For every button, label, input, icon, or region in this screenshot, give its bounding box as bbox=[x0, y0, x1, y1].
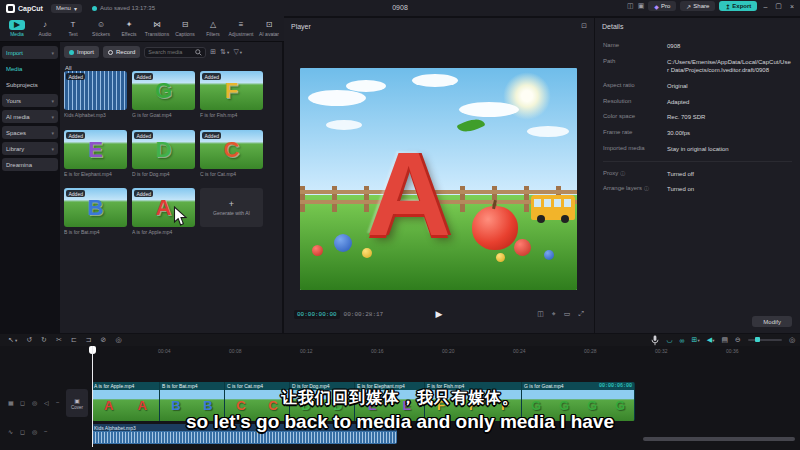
media-item-g-goat[interactable]: G Added G is for Goat.mp4 bbox=[132, 71, 195, 118]
media-item-c-cat[interactable]: C Added C is for Cat.mp4 bbox=[200, 130, 263, 177]
generate-with-ai-button[interactable]: + Generate with AI bbox=[200, 188, 263, 227]
expand-panel-icon[interactable]: ⊡ bbox=[581, 22, 587, 30]
media-item-d-dog[interactable]: D Added D is for Dog.mp4 bbox=[132, 130, 195, 177]
autosave-status: Auto saved 13:17:35 bbox=[92, 5, 155, 11]
magnetic-snap-icon[interactable]: ◡ bbox=[666, 336, 672, 344]
undo-icon[interactable]: ↺ bbox=[26, 336, 32, 344]
clip-a-apple[interactable]: A is for Apple.mp4 AA bbox=[92, 382, 160, 421]
video-preview[interactable]: A bbox=[300, 68, 577, 290]
video-track[interactable]: A is for Apple.mp4 AA B is for Bat.mp4 B… bbox=[92, 382, 635, 421]
share-button[interactable]: ↗ Share bbox=[680, 1, 715, 11]
sidebar-item-library[interactable]: Library ▾ bbox=[2, 142, 58, 155]
audio-track-clip[interactable]: Kids Alphabet.mp3 bbox=[92, 424, 397, 444]
import-button[interactable]: Import bbox=[64, 46, 99, 58]
close-button[interactable]: × bbox=[788, 3, 796, 10]
video-track-hide-icon[interactable]: ◎ bbox=[32, 399, 37, 406]
tab-stickers[interactable]: ☺ Stickers bbox=[87, 20, 115, 37]
tab-text[interactable]: T Text bbox=[59, 20, 87, 37]
sidebar-item-subprojects[interactable]: Subprojects bbox=[2, 78, 58, 91]
video-track-options-icon[interactable]: ▦ bbox=[8, 399, 14, 406]
clip-e-elephant[interactable]: E is for Elephant.mp4 EE bbox=[355, 382, 425, 421]
panel-layout-icon[interactable]: ▣ bbox=[638, 2, 645, 10]
info-icon: ⓘ bbox=[644, 185, 649, 191]
video-track-mute-icon[interactable]: ◁ bbox=[44, 399, 49, 406]
select-tool-icon[interactable]: ↖▾ bbox=[8, 336, 17, 344]
delete-left-icon[interactable]: ⊏ bbox=[71, 336, 77, 344]
fit-timeline-icon[interactable]: ◎ bbox=[789, 336, 795, 344]
timeline-ruler[interactable]: 00:04 00:08 00:12 00:16 00:20 00:24 00:2… bbox=[0, 346, 800, 356]
clip-b-bat[interactable]: B is for Bat.mp4 BB bbox=[160, 382, 225, 421]
sidebar-item-spaces[interactable]: Spaces ▾ bbox=[2, 126, 58, 139]
split-icon[interactable]: ✂ bbox=[56, 336, 62, 344]
tab-media[interactable]: ▶ Media bbox=[3, 20, 31, 37]
export-button[interactable]: ↥ Export bbox=[719, 1, 757, 11]
clip-f-fish[interactable]: F is for Fish.mp4 FFF bbox=[425, 382, 522, 421]
maximize-button[interactable]: ▢ bbox=[773, 2, 784, 10]
sort-icon[interactable]: ⇅▾ bbox=[220, 48, 229, 56]
delete-right-icon[interactable]: ⊐ bbox=[86, 336, 92, 344]
voiceover-mic-icon[interactable] bbox=[651, 335, 659, 346]
pro-button[interactable]: ◆ Pro bbox=[648, 1, 676, 11]
grid-view-icon[interactable]: ⊞ bbox=[210, 48, 216, 56]
zoom-out-icon[interactable]: ⊖ bbox=[735, 336, 741, 344]
clip-c-cat[interactable]: C is for Cat.mp4 CC bbox=[225, 382, 290, 421]
redo-icon[interactable]: ↻ bbox=[41, 336, 47, 344]
video-track-lock-icon[interactable]: ◻ bbox=[20, 399, 25, 406]
mirror-preview-icon[interactable]: ◫ bbox=[537, 310, 544, 318]
media-icon: ▶ bbox=[9, 20, 25, 30]
layout-toggle-icon[interactable]: ◫ bbox=[627, 2, 634, 10]
sidebar-item-dreamina[interactable]: Dreamina bbox=[2, 158, 58, 171]
search-box[interactable] bbox=[144, 47, 206, 58]
media-item-kids-alphabet[interactable]: Added Kids Alphabet.mp3 bbox=[64, 71, 127, 118]
tab-ai-avatar[interactable]: ⊡ AI avatar bbox=[255, 20, 283, 37]
filter-icon[interactable]: ▽▾ bbox=[233, 48, 242, 56]
tab-adjustment[interactable]: ≡ Adjustment bbox=[227, 20, 255, 37]
media-item-f-fish[interactable]: F Added F is for Fish.mp4 bbox=[200, 71, 263, 118]
auto-link-icon[interactable]: ∞ bbox=[680, 337, 685, 344]
audio-track-lock-icon[interactable]: ◻ bbox=[20, 428, 25, 435]
audio-track-mute-icon[interactable]: ◎ bbox=[32, 428, 37, 435]
sidebar-item-ai-media[interactable]: AI media ▾ bbox=[2, 110, 58, 123]
clip-d-dog[interactable]: D is for Dog.mp4 DD bbox=[290, 382, 355, 421]
fullscreen-icon[interactable]: ⤢ bbox=[578, 310, 584, 318]
media-item-name: E is for Elephant.mp4 bbox=[64, 171, 127, 177]
resolution-icon[interactable]: ▭ bbox=[564, 310, 571, 318]
sidebar-item-yours[interactable]: Yours ▾ bbox=[2, 94, 58, 107]
sidebar-item-media[interactable]: Media bbox=[2, 62, 58, 75]
cover-button[interactable]: ▣ Cover bbox=[66, 389, 88, 417]
tab-filters[interactable]: △ Filters bbox=[199, 20, 227, 37]
video-track-collapse-icon[interactable]: − bbox=[56, 399, 60, 405]
timeline-zoom-slider[interactable] bbox=[748, 339, 782, 341]
minimize-button[interactable]: – bbox=[761, 3, 769, 10]
tab-captions[interactable]: ⊟ Captions bbox=[171, 20, 199, 37]
sticker-icon: ☺ bbox=[97, 20, 105, 30]
tab-transitions[interactable]: ⋈ Transitions bbox=[143, 20, 171, 37]
school-bus-graphic bbox=[531, 195, 575, 220]
sidebar-item-import[interactable]: Import ▾ bbox=[2, 46, 58, 59]
audio-waveform bbox=[92, 431, 397, 444]
frame-preview-icon[interactable]: ▤ bbox=[721, 336, 728, 344]
audio-track-collapse-icon[interactable]: − bbox=[44, 428, 48, 434]
record-icon bbox=[108, 50, 113, 55]
media-item-e-elephant[interactable]: E Added E is for Elephant.mp4 bbox=[64, 130, 127, 177]
tab-effects[interactable]: ✦ Effects bbox=[115, 20, 143, 37]
modify-button[interactable]: Modify bbox=[752, 316, 792, 327]
preview-quality-icon[interactable]: ⌖ bbox=[552, 310, 556, 318]
media-item-b-bat[interactable]: B Added B is for Bat.mp4 bbox=[64, 188, 127, 235]
media-item-name: G is for Goat.mp4 bbox=[132, 112, 195, 118]
search-input[interactable] bbox=[148, 49, 193, 55]
timeline-horizontal-scrollbar[interactable] bbox=[643, 437, 795, 441]
tab-audio[interactable]: ♪ Audio bbox=[31, 20, 59, 37]
audio-track-wave-icon[interactable]: ∿ bbox=[8, 428, 13, 435]
clip-g-goat[interactable]: G is for Goat.mp4 00:00:06:00 GGGG bbox=[522, 382, 635, 421]
sound-settings-icon[interactable]: ◀▾ bbox=[707, 336, 715, 344]
record-button[interactable]: Record bbox=[103, 46, 140, 58]
timeline-area[interactable]: 00:04 00:08 00:12 00:16 00:20 00:24 00:2… bbox=[0, 346, 800, 450]
menu-button[interactable]: Menu ▾ bbox=[51, 4, 82, 13]
zoom-slider-handle[interactable] bbox=[755, 337, 760, 342]
preview-axis-icon[interactable]: ⊞▾ bbox=[692, 336, 700, 344]
delete-icon[interactable]: ⊘ bbox=[101, 336, 107, 344]
freeze-frame-icon[interactable]: ◎ bbox=[115, 336, 121, 344]
export-label: Export bbox=[732, 3, 751, 9]
effects-icon: ✦ bbox=[126, 20, 133, 30]
